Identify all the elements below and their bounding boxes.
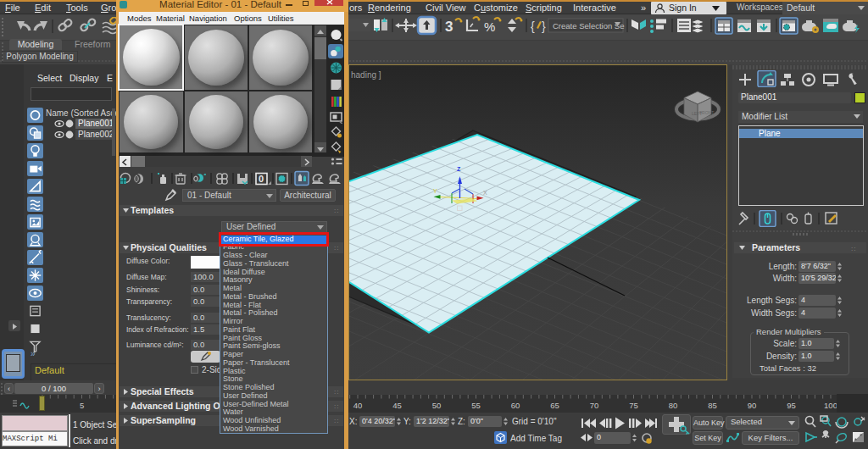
svg-text:55: 55 xyxy=(471,401,481,410)
svg-text:Y: Y xyxy=(433,188,437,194)
svg-text:Z: Z xyxy=(457,166,461,172)
svg-text:70: 70 xyxy=(590,401,599,410)
svg-text:95: 95 xyxy=(787,401,796,410)
svg-text:X: X xyxy=(483,190,487,196)
svg-text:60: 60 xyxy=(511,401,520,410)
svg-text:hading ]: hading ] xyxy=(351,70,381,80)
svg-text:}: } xyxy=(542,19,546,33)
svg-text:0: 0 xyxy=(259,174,264,184)
svg-text:45: 45 xyxy=(392,401,402,410)
svg-text:5: 5 xyxy=(80,401,84,410)
svg-text:80: 80 xyxy=(669,401,678,410)
svg-text:65: 65 xyxy=(550,401,559,410)
svg-text:{: { xyxy=(531,19,535,33)
svg-text:100: 100 xyxy=(824,401,837,410)
svg-text:%: % xyxy=(484,19,495,34)
svg-text:FRONT: FRONT xyxy=(699,110,714,115)
svg-text:75: 75 xyxy=(629,401,638,410)
svg-text:85: 85 xyxy=(708,401,717,410)
svg-text:90: 90 xyxy=(748,401,757,410)
svg-text:3: 3 xyxy=(445,19,453,35)
svg-text:40: 40 xyxy=(353,401,363,410)
svg-text:Create Selection Se: Create Selection Se xyxy=(553,21,625,30)
svg-text:50: 50 xyxy=(432,401,442,410)
